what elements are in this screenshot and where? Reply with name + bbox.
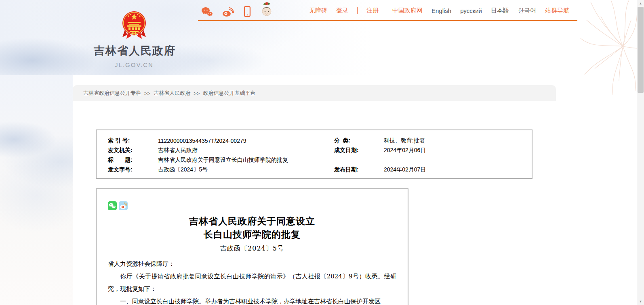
meta-row-docnumber-pubdate: 发文字号: 吉政函〔2024〕5号 发布日期: 2024年02月07日 — [108, 165, 532, 175]
index-number-value: 11220000013544357T/2024-00279 — [158, 138, 334, 144]
topbar-divider — [357, 7, 358, 14]
document-paragraph: 你厅《关于提请省政府批复同意设立长白山技师学院的请示》（吉人社报〔2024〕9号… — [108, 270, 396, 295]
scrollbar-down-arrow-icon[interactable]: ▼ — [637, 298, 644, 305]
document-number-label: 发文字号: — [108, 166, 158, 173]
breadcrumb-separator: >> — [194, 90, 200, 96]
language-english-link[interactable]: English — [431, 7, 451, 14]
document-paragraph: 一、同意设立长白山技师学院。举办者为吉林职业技术学院，办学地址在吉林省长白山保护… — [108, 295, 396, 305]
language-russian-link[interactable]: русский — [460, 7, 482, 14]
written-date-value: 2024年02月06日 — [384, 147, 532, 154]
site-group-navigation-link[interactable]: 站群导航 — [545, 7, 569, 15]
document-title-line1: 吉林省人民政府关于同意设立 — [108, 214, 396, 228]
topbar-links-group: 无障碍 登录 注册 中国政府网 English русский 日本語 한국어 … — [309, 7, 569, 15]
accessibility-link[interactable]: 无障碍 — [309, 7, 327, 15]
wechat-share-icon[interactable] — [108, 201, 117, 210]
title-label: 标 题: — [108, 157, 158, 164]
wechat-icon[interactable] — [201, 6, 213, 19]
weibo-icon[interactable] — [222, 6, 234, 19]
vertical-scrollbar[interactable]: ▲ ▼ — [637, 0, 644, 305]
index-number-label: 索 引 号: — [108, 137, 158, 144]
breadcrumb-item-open-gov-platform[interactable]: 政府信息公开基础平台 — [203, 90, 255, 97]
breadcrumb-separator: >> — [144, 90, 150, 96]
written-date-label: 成文日期: — [334, 147, 384, 154]
site-name: 吉林省人民政府 — [94, 44, 175, 58]
document-number-value: 吉政函〔2024〕5号 — [158, 166, 334, 173]
breadcrumb-item-provincial-government[interactable]: 吉林省人民政府 — [154, 90, 190, 97]
issuing-agency-label: 发文机关: — [108, 147, 158, 154]
publish-date-value: 2024年02月07日 — [384, 166, 532, 173]
issuing-agency-value: 吉林省人民政府 — [158, 147, 334, 154]
document-body: 省人力资源社会保障厅： 你厅《关于提请省政府批复同意设立长白山技师学院的请示》（… — [108, 258, 396, 305]
publish-date-label: 发布日期: — [334, 166, 384, 173]
meta-row-issuer-date: 发文机关: 吉林省人民政府 成文日期: 2024年02月06日 — [108, 146, 532, 155]
document-salutation: 省人力资源社会保障厅： — [108, 258, 396, 270]
title-value: 吉林省人民政府关于同意设立长白山技师学院的批复 — [158, 157, 334, 164]
login-link[interactable]: 登录 — [336, 7, 348, 15]
mascot-icon[interactable] — [261, 2, 273, 19]
left-mountain-background — [0, 75, 73, 305]
language-japanese-link[interactable]: 日本語 — [491, 7, 509, 15]
national-emblem-icon — [122, 10, 147, 40]
site-logo[interactable]: 吉林省人民政府 JL.GOV.CN — [94, 10, 175, 68]
top-utility-bar: 无障碍 登录 注册 中国政府网 English русский 日本語 한국어 … — [201, 2, 569, 19]
social-icons-group — [201, 2, 273, 19]
weibo-share-icon[interactable] — [119, 201, 128, 210]
document-number: 吉政函〔2024〕5号 — [108, 244, 396, 253]
flower-pattern-decoration — [562, 0, 637, 95]
site-domain: JL.GOV.CN — [94, 61, 175, 68]
language-korean-link[interactable]: 한국어 — [518, 7, 536, 15]
category-label: 分 类: — [334, 137, 384, 144]
meta-row-index-category: 索 引 号: 11220000013544357T/2024-00279 分 类… — [108, 136, 532, 146]
breadcrumb: 吉林省政府信息公开专栏 >> 吉林省人民政府 >> 政府信息公开基础平台 — [73, 85, 556, 101]
share-icons-row — [108, 201, 396, 210]
category-value: 科技、教育;批复 — [384, 137, 532, 144]
mobile-icon[interactable] — [243, 6, 252, 19]
breadcrumb-item-open-gov-column[interactable]: 吉林省政府信息公开专栏 — [83, 90, 141, 97]
meta-row-title: 标 题: 吉林省人民政府关于同意设立长白山技师学院的批复 — [108, 155, 532, 165]
document-title: 吉林省人民政府关于同意设立 长白山技师学院的批复 — [108, 214, 396, 241]
china-gov-site-link[interactable]: 中国政府网 — [392, 7, 423, 15]
topbar-orange-divider-line — [198, 20, 577, 21]
scrollbar-up-arrow-icon[interactable]: ▲ — [637, 0, 644, 7]
document-title-line2: 长白山技师学院的批复 — [108, 228, 396, 241]
register-link[interactable]: 注册 — [366, 7, 379, 15]
document-content-box: 吉林省人民政府关于同意设立 长白山技师学院的批复 吉政函〔2024〕5号 省人力… — [96, 188, 408, 305]
scrollbar-thumb[interactable] — [638, 7, 644, 93]
document-metadata-box: 索 引 号: 11220000013544357T/2024-00279 分 类… — [96, 130, 532, 179]
